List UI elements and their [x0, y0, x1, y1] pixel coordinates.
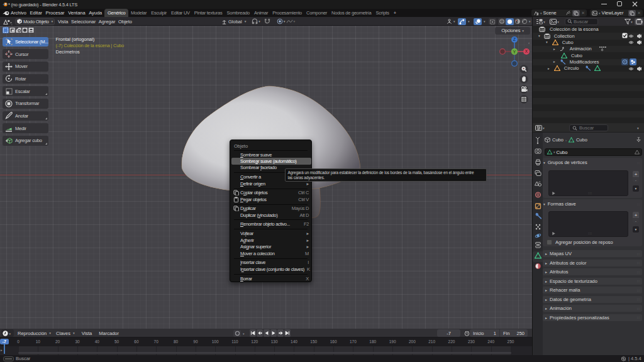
svg-text:X: X [525, 49, 528, 53]
svg-text:Y: Y [513, 50, 516, 54]
svg-text:Z: Z [513, 37, 516, 41]
